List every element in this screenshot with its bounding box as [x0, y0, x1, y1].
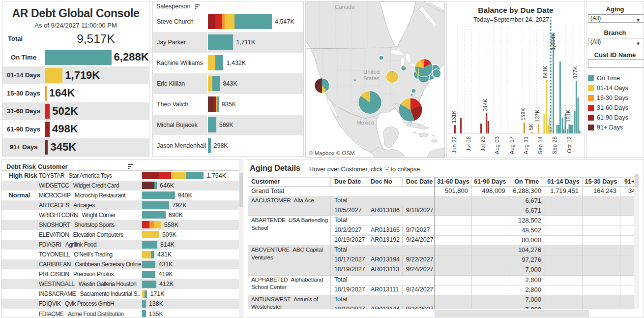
svg-text:Sep 14: Sep 14	[537, 136, 543, 154]
svg-text:United: United	[363, 69, 380, 75]
svg-text:137K: 137K	[534, 109, 540, 122]
svg-text:159K: 159K	[520, 108, 526, 121]
svg-text:827K: 827K	[572, 66, 578, 79]
svg-text:Oct 12: Oct 12	[566, 136, 572, 153]
svg-text:314K: 314K	[482, 98, 488, 111]
svg-text:1,604K: 1,604K	[550, 32, 556, 50]
svg-text:Canada: Canada	[335, 4, 355, 10]
svg-text:States: States	[363, 75, 380, 81]
svg-text:131K: 131K	[451, 110, 457, 123]
svg-text:Sep 28: Sep 28	[552, 136, 557, 154]
svg-text:Aug 03: Aug 03	[494, 136, 500, 154]
svg-text:Aug 31: Aug 31	[523, 136, 529, 154]
svg-text:841K: 841K	[542, 65, 548, 78]
svg-text:5K: 5K	[528, 123, 534, 130]
svg-text:151K: 151K	[565, 109, 571, 122]
svg-text:Jun 22: Jun 22	[451, 136, 457, 154]
svg-text:Jul 20: Jul 20	[480, 136, 486, 152]
svg-text:© Mapbox © OSM: © Mapbox © OSM	[309, 150, 355, 156]
svg-text:Mexico: Mexico	[356, 120, 374, 126]
svg-text:Jul 06: Jul 06	[466, 136, 471, 152]
svg-text:Aug 17: Aug 17	[509, 136, 515, 154]
